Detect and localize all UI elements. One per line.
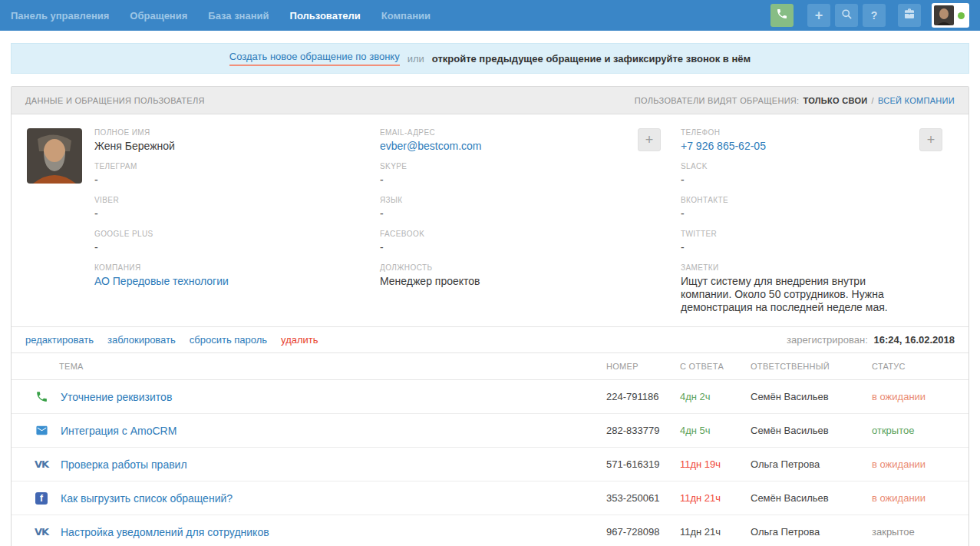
registered-label: зарегистрирован: (787, 334, 868, 346)
nav-item-dashboard[interactable]: Панель управления (11, 10, 109, 22)
top-navbar: Панель управления Обращения База знаний … (0, 0, 980, 31)
profile-column-1: ПОЛНОЕ ИМЯ Женя Бережной ТЕЛЕГРАМ - VIBE… (94, 128, 380, 323)
field-label: ДОЛЖНОСТЬ (380, 263, 638, 272)
nav-item-knowledge-base[interactable]: База знаний (208, 10, 269, 22)
visibility-label: ПОЛЬЗОВАТЕЛИ ВИДЯТ ОБРАЩЕНИЯ: (635, 96, 800, 105)
field-label: EMAIL-АДРЕС (380, 128, 638, 137)
ticket-number: 282-833779 (606, 425, 680, 436)
phone-link[interactable]: +7 926 865-62-05 (681, 140, 909, 153)
user-avatar (27, 128, 82, 184)
add-email-button[interactable]: + (638, 128, 661, 151)
visibility-separator: / (872, 96, 874, 105)
field-value: - (380, 207, 638, 220)
column-header-number: НОМЕР (606, 362, 680, 371)
reset-password-link[interactable]: сбросить пароль (190, 334, 267, 346)
ticket-topic-link[interactable]: Как выгрузить список обращений? (61, 492, 233, 505)
field-telegram: ТЕЛЕГРАМ - (94, 162, 380, 187)
user-card: ДАННЫЕ И ОБРАЩЕНИЯ ПОЛЬЗОВАТЕЛЯ ПОЛЬЗОВА… (11, 86, 969, 546)
field-label: ЯЗЫК (380, 196, 638, 204)
add-phone-button[interactable]: + (919, 128, 942, 151)
field-skype: SKYPE - (380, 162, 638, 187)
field-vkontakte: ВКОНТАКТЕ - (681, 196, 909, 220)
current-agent-widget[interactable] (932, 3, 969, 28)
ticket-assignee: Семён Васильев (751, 425, 872, 436)
active-call-button[interactable] (770, 4, 794, 27)
nav-item-companies[interactable]: Компании (381, 10, 431, 22)
ticket-assignee: Ольга Петрова (751, 458, 872, 470)
field-value: - (380, 241, 638, 254)
column-header-status: СТАТУС (872, 362, 955, 371)
field-phone: ТЕЛЕФОН +7 926 865-62-05 (681, 128, 909, 153)
banner-instruction-text: откройте предыдущее обращение и зафиксир… (432, 53, 751, 65)
ticket-topic-link[interactable]: Уточнение реквизитов (61, 391, 172, 403)
ticket-number: 224-791186 (606, 391, 680, 402)
field-label: SKYPE (380, 162, 638, 170)
field-label: ТЕЛЕГРАМ (94, 162, 380, 170)
ticket-status: в ожидании (872, 458, 955, 470)
tickets-table-header: ТЕМА НОМЕР С ОТВЕТА ОТВЕТСТВЕННЫЙ СТАТУС (12, 352, 968, 380)
vk-channel-icon: VK (35, 525, 48, 539)
nav-item-tickets[interactable]: Обращения (130, 10, 187, 22)
user-profile: ПОЛНОЕ ИМЯ Женя Бережной ТЕЛЕГРАМ - VIBE… (12, 114, 968, 326)
registered-info: зарегистрирован: 16:24, 16.02.2018 (787, 334, 955, 346)
field-label: ТЕЛЕФОН (681, 128, 909, 137)
table-row: f Как выгрузить список обращений? 353-25… (12, 481, 968, 515)
online-status-dot (958, 12, 965, 19)
card-header: ДАННЫЕ И ОБРАЩЕНИЯ ПОЛЬЗОВАТЕЛЯ ПОЛЬЗОВА… (12, 87, 968, 114)
field-google-plus: GOOGLE PLUS - (94, 230, 380, 254)
block-user-link[interactable]: заблокировать (107, 334, 176, 346)
ticket-topic-link[interactable]: Настройка уведомлений для сотрудников (61, 526, 269, 538)
table-row: Интеграция с AmoCRM 282-833779 4дн 5ч Се… (12, 414, 968, 448)
field-label: ВКОНТАКТЕ (681, 196, 909, 204)
search-icon (841, 8, 853, 23)
visibility-alternative-link[interactable]: ВСЕЙ КОМПАНИИ (878, 96, 955, 105)
ticket-since-reply: 11дн 21ч (680, 492, 751, 504)
nav-item-users[interactable]: Пользователи (290, 10, 361, 22)
column-header-topic: ТЕМА (35, 362, 606, 371)
field-email: EMAIL-АДРЕС evber@bestcom.com (380, 128, 638, 153)
ticket-status: в ожидании (872, 391, 955, 402)
ticket-assignee: Семён Васильев (751, 391, 872, 402)
field-slack: SLACK - (681, 162, 909, 187)
company-link[interactable]: АО Передовые технологии (94, 275, 380, 288)
create-ticket-from-call-link[interactable]: Создать новое обращение по звонку (229, 51, 400, 66)
field-label: ЗАМЕТКИ (681, 263, 909, 272)
field-value: - (380, 174, 638, 187)
visibility-current-option: ТОЛЬКО СВОИ (803, 96, 867, 105)
field-facebook: FACEBOOK - (380, 230, 638, 254)
notes-text: Ищут систему для внедрения внутри компан… (681, 275, 909, 314)
add-button[interactable]: + (807, 4, 830, 27)
ticket-status: открытое (872, 425, 955, 436)
delete-user-link[interactable]: удалить (281, 334, 318, 346)
field-company: КОМПАНИЯ АО Передовые технологии (94, 263, 380, 288)
field-notes: ЗАМЕТКИ Ищут систему для внедрения внутр… (681, 263, 909, 314)
workspace-button[interactable] (898, 4, 921, 27)
field-language: ЯЗЫК - (380, 196, 638, 220)
ticket-topic-link[interactable]: Проверка работы правил (61, 458, 187, 471)
phone-channel-icon (35, 390, 48, 404)
field-label: ПОЛНОЕ ИМЯ (94, 128, 380, 137)
column-header-since: С ОТВЕТА (680, 362, 751, 371)
ticket-topic-link[interactable]: Интеграция с AmoCRM (61, 425, 177, 437)
field-value: - (681, 207, 909, 220)
field-label: SLACK (681, 162, 909, 170)
table-row: Уточнение реквизитов 224-791186 4дн 2ч С… (12, 380, 968, 414)
ticket-since-reply: 11дн 21ч (680, 526, 751, 538)
user-actions-bar: редактировать заблокировать сбросить пар… (12, 326, 968, 352)
main-menu: Панель управления Обращения База знаний … (11, 10, 431, 22)
table-row: VK Проверка работы правил 571-616319 11д… (12, 448, 968, 481)
email-link[interactable]: evber@bestcom.com (380, 140, 638, 153)
plus-icon: + (815, 8, 823, 22)
search-button[interactable] (835, 4, 858, 27)
banner-or-text: или (408, 53, 424, 65)
help-button[interactable]: ? (863, 4, 886, 27)
field-full-name: ПОЛНОЕ ИМЯ Женя Бережной (94, 128, 380, 153)
field-value: - (94, 241, 380, 254)
ticket-since-reply: 11дн 19ч (680, 458, 751, 470)
agent-avatar (934, 5, 954, 25)
field-value: - (94, 207, 380, 220)
edit-user-link[interactable]: редактировать (25, 334, 94, 346)
column-header-assignee: ОТВЕТСТВЕННЫЙ (751, 362, 872, 371)
profile-column-3: ТЕЛЕФОН +7 926 865-62-05 SLACK - ВКОНТАК… (681, 128, 953, 323)
ticket-status: закрытое (872, 526, 955, 538)
